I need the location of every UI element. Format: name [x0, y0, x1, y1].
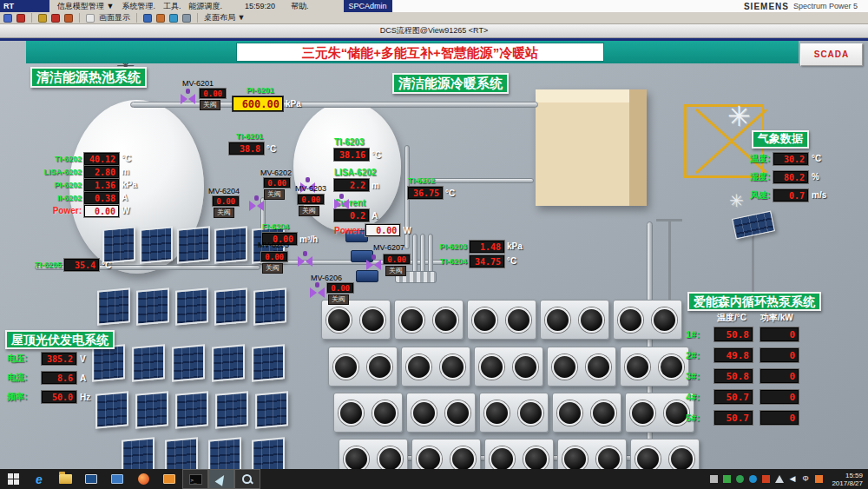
valve-value-display: 0.00 — [261, 252, 287, 261]
valve-icon[interactable] — [310, 287, 325, 299]
computer-icon[interactable] — [78, 469, 104, 489]
menu-model-management[interactable]: 信息模型管理 ▼ — [57, 1, 114, 12]
desktop-layout-label[interactable]: 桌面布局 ▼ — [204, 12, 245, 23]
speaker-muted-icon[interactable] — [182, 14, 191, 23]
pv-panel — [172, 344, 205, 381]
close-valve-button[interactable]: 关阀 — [299, 206, 319, 216]
valve-icon[interactable] — [366, 259, 381, 271]
valve-group-mv6206: MV-6206 0.00 关阀 — [308, 274, 369, 310]
close-valve-button[interactable]: 关阀 — [200, 100, 220, 110]
heat-pump-panel: 温度/°C 功率/kW 1#: 50.8 0 2#: 49.8 0 — [686, 312, 799, 428]
unit-label: kPa — [122, 180, 137, 189]
pv-display: 385.2 — [42, 353, 76, 365]
start-button[interactable] — [0, 469, 26, 489]
value-display: 1.36 — [84, 179, 119, 191]
tray-flag-icon[interactable] — [762, 475, 770, 483]
remote-desktop-icon[interactable] — [104, 469, 130, 489]
pointer-icon[interactable] — [156, 14, 165, 23]
ie-icon[interactable]: e — [26, 469, 52, 489]
tray-update-icon[interactable] — [815, 475, 823, 483]
swoosh-app-icon[interactable] — [130, 469, 156, 489]
valve-label: MV-6206 — [311, 274, 342, 282]
valve-icon[interactable] — [181, 93, 195, 105]
menu-energy-dispatch[interactable]: 能源调度. — [188, 1, 222, 12]
file-explorer-icon[interactable] — [52, 469, 78, 489]
valve-label: MV-6204 — [208, 187, 240, 195]
fan-coil-unit — [620, 347, 689, 387]
menu-bar: RT 信息模型管理 ▼ 系统管理. 工具. 能源调度. 15:59:20 帮助.… — [0, 0, 868, 12]
pv-panel — [253, 287, 286, 325]
fan-coil-unit — [547, 347, 616, 387]
scada-button[interactable]: SCADA — [800, 43, 863, 66]
value-display: 0.38 — [84, 192, 119, 204]
scada-screen: RT 信息模型管理 ▼ 系统管理. 工具. 能源调度. 15:59:20 帮助.… — [0, 0, 868, 489]
valve-icon[interactable] — [249, 200, 264, 212]
sensor-label: TI-6202 — [408, 176, 435, 185]
power-label: Power: — [35, 206, 82, 215]
pv-panel — [132, 344, 165, 381]
pv-panel — [122, 437, 155, 469]
fan-coil-unit — [557, 439, 627, 469]
window-title: DCS流程图@View91265 <RT> — [380, 25, 488, 36]
pv-electrical-panel: 电压: 385.2 V 电流: 8.6 A 频率: 50.0 Hz — [7, 349, 90, 406]
valve-group-mv6203: MV-6203 0.00 关阀 — [295, 184, 356, 221]
hmi-app-icon[interactable] — [208, 469, 234, 489]
fan-coil-unit — [625, 393, 694, 433]
unit-label: °C — [372, 150, 381, 160]
close-valve-button[interactable]: 关阀 — [328, 294, 349, 305]
person-icon[interactable] — [64, 14, 73, 23]
pressure-temp-pair: PI-6203 1.48 kPa TI-6204 34.75 °C — [432, 239, 523, 268]
gauge-row: TI-6203 38.16 °C — [334, 133, 411, 161]
value-display: 2.80 — [84, 166, 119, 178]
temp-display: 50.7 — [714, 411, 753, 425]
close-valve-button[interactable]: 关阀 — [262, 263, 283, 274]
fan-coil-unit — [613, 300, 682, 340]
pv-panel — [177, 226, 210, 263]
valve-label: MV-6202 — [260, 169, 292, 177]
close-valve-button[interactable]: 关阀 — [214, 208, 234, 218]
valve-icon[interactable] — [298, 255, 312, 268]
col-temp-header: 温度/°C — [717, 312, 746, 324]
unit-number-label: 5#: — [686, 413, 707, 423]
tray-printer-icon[interactable] — [710, 475, 718, 483]
power-display: 0.00 — [84, 205, 119, 217]
sensor-label: PI-6202 — [35, 181, 82, 189]
menu-system-management[interactable]: 系统管理. — [122, 1, 155, 12]
menu-tools[interactable]: 工具. — [163, 1, 181, 12]
valve-icon[interactable] — [334, 198, 349, 210]
weather-display: 80.2 — [773, 171, 808, 183]
window-icon[interactable] — [86, 14, 95, 23]
sensor-label: TI-6203 — [334, 137, 364, 147]
tray-messenger-icon[interactable] — [749, 475, 757, 483]
binoculars-icon[interactable] — [143, 14, 152, 23]
terminal-app-icon[interactable]: >_ — [182, 469, 208, 489]
magnifier-app-icon[interactable] — [234, 469, 260, 489]
value-display: 34.75 — [470, 255, 504, 268]
tray-leaf-icon[interactable] — [736, 475, 744, 483]
speaker-icon[interactable] — [169, 14, 178, 23]
person-icon[interactable] — [16, 14, 25, 23]
sensor-label: PI-6201 — [247, 86, 274, 95]
valve-label: MV-6201 — [182, 79, 214, 88]
pressure-gauge-top: PI-6201 600.00 kPa — [233, 81, 301, 111]
temp-gauge-top: TI-6201 38.8 °C — [229, 127, 276, 155]
valve-group-mv6207: MV-6207 0.00 关阀 — [365, 243, 425, 280]
network-icon[interactable] — [775, 475, 784, 483]
value-display: 40.12 — [84, 153, 119, 165]
close-valve-button[interactable]: 关阀 — [385, 266, 406, 276]
input-language-icon[interactable]: Φ — [802, 475, 810, 483]
weather-row: 温度: 30.2 °C — [740, 149, 826, 168]
temp-display: 38.8 — [229, 142, 264, 155]
fan-coil-unit — [339, 439, 408, 469]
person-icon[interactable] — [38, 14, 47, 23]
gauge-row: PI-6203 1.48 kPa — [432, 239, 523, 254]
person-icon[interactable] — [51, 14, 60, 23]
orange-app-icon[interactable] — [156, 469, 182, 489]
menu-help[interactable]: 帮助. — [291, 1, 309, 12]
pv-panel — [95, 391, 128, 428]
taskbar-clock[interactable]: 15:59 2017/8/27 — [828, 472, 863, 487]
volume-icon[interactable]: ◀ — [789, 475, 797, 483]
tray-vpn-icon[interactable] — [723, 475, 731, 483]
screen-display-label[interactable]: 画面显示 — [99, 12, 130, 23]
document-icon[interactable] — [3, 14, 12, 23]
